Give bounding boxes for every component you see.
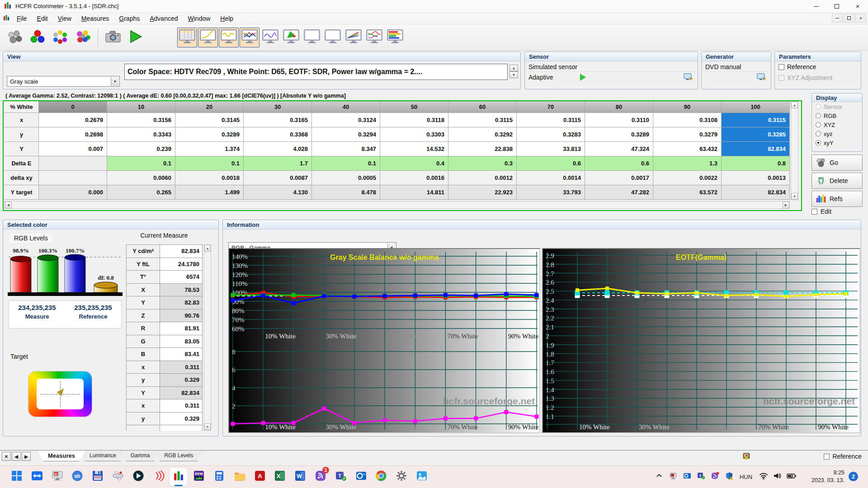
tab-next-button[interactable]: ▶ (22, 452, 31, 461)
radio-icon[interactable] (816, 122, 821, 127)
measures-horizontal-scrollbar[interactable]: ◀ ▶ (5, 201, 790, 209)
table-cell[interactable]: 0.3292 (448, 127, 517, 142)
table-cell[interactable]: 22.923 (448, 185, 517, 200)
toolbar-color-cluster-button[interactable] (72, 27, 93, 48)
column-header-20[interactable]: 20 (175, 101, 244, 113)
table-cell[interactable]: 0.000 (39, 185, 107, 200)
table-cell[interactable] (39, 156, 107, 171)
table-cell[interactable]: 0.6 (517, 156, 585, 171)
statusbar-reference-checkbox[interactable] (824, 454, 830, 460)
notification-count-badge[interactable]: 2 (849, 472, 858, 481)
tray-volume[interactable] (772, 471, 783, 483)
toolbar-stacked-bars-view-button[interactable] (385, 28, 405, 47)
tray-viber[interactable] (709, 471, 721, 483)
scroll-up-icon[interactable]: ▲ (791, 102, 798, 108)
measures-table[interactable]: % White0102030405060708090100x0.26790.31… (5, 101, 790, 200)
tab-close-button[interactable]: ✕ (2, 452, 11, 461)
scroll-right-icon[interactable]: ▶ (783, 202, 789, 208)
toolbar-wave-view-button[interactable] (219, 28, 239, 47)
table-cell[interactable]: 0.3110 (585, 113, 653, 127)
display-option-XYZ[interactable]: XYZ (812, 120, 862, 129)
column-header-100[interactable]: 100 (722, 101, 790, 113)
table-cell[interactable]: 0.3165 (244, 113, 312, 127)
cm-row-value[interactable]: 82.834 (160, 387, 203, 400)
table-cell[interactable]: 0.3118 (380, 113, 448, 127)
tray-chevron-up[interactable] (653, 471, 665, 483)
table-cell[interactable]: 0.0022 (653, 171, 722, 185)
table-cell[interactable]: 0.0014 (517, 171, 585, 185)
toolbar-grid-view-button[interactable] (177, 28, 197, 47)
maximize-button[interactable] (826, 0, 847, 13)
column-header-50[interactable]: 50 (380, 101, 448, 113)
menu-edit[interactable]: Edit (32, 14, 53, 23)
taskbar-start[interactable] (8, 468, 26, 486)
table-cell[interactable]: 0.1 (175, 156, 244, 171)
column-header-30[interactable]: 30 (244, 101, 312, 113)
table-cell[interactable]: 0.2698 (39, 127, 107, 142)
taskbar-outlook[interactable] (352, 468, 370, 486)
edit-checkbox-row[interactable]: Edit (811, 208, 831, 215)
table-cell[interactable]: 47.282 (585, 185, 653, 200)
table-cell[interactable]: 1.7 (244, 156, 312, 171)
table-cell[interactable]: 0.239 (107, 142, 175, 156)
table-cell[interactable]: 0.3289 (585, 127, 653, 142)
table-cell[interactable]: 0.0060 (107, 171, 175, 185)
tray-outlook[interactable] (681, 471, 693, 483)
spin-up-icon[interactable]: ▲ (509, 65, 518, 71)
display-option-xyz[interactable]: xyz (812, 129, 862, 138)
minimize-button[interactable] (806, 0, 826, 13)
table-cell[interactable]: 0.0087 (244, 171, 312, 185)
taskbar-qbittorrent[interactable]: qb (68, 468, 86, 486)
statusbar-reference-row[interactable]: Reference (824, 453, 862, 460)
cm-row-value[interactable]: 81.91 (160, 322, 203, 335)
table-cell[interactable]: 0.1 (107, 156, 175, 171)
column-header-60[interactable]: 60 (448, 101, 517, 113)
table-cell[interactable]: 1.3 (653, 156, 722, 171)
taskbar-file-explorer[interactable] (231, 468, 249, 486)
cm-row-value[interactable]: 24.1780 (160, 258, 203, 271)
cm-row-value[interactable]: 83.41 (160, 348, 203, 361)
table-cell[interactable]: 0.3343 (107, 127, 175, 142)
taskbar-audio-waves[interactable] (150, 468, 168, 486)
taskbar-settings[interactable] (392, 468, 410, 486)
table-cell[interactable]: 14.532 (380, 142, 448, 156)
menu-graphs[interactable]: Graphs (114, 14, 145, 23)
toolbar-blank-view-2-button[interactable] (323, 28, 343, 47)
chevron-down-icon[interactable]: ▼ (111, 77, 119, 86)
taskbar-rew[interactable]: REW (190, 468, 208, 486)
taskbar-media-atom[interactable] (109, 468, 127, 486)
cm-row-value[interactable]: 78.53 (160, 284, 203, 297)
tab-luminance[interactable]: Luminance (79, 450, 127, 461)
cm-row-value[interactable]: 82.834 (160, 245, 203, 258)
table-cell[interactable]: 0.3115 (448, 113, 517, 127)
taskbar-hcfr[interactable] (170, 468, 188, 486)
toolbar-purple-wave-view-button[interactable] (260, 28, 280, 47)
column-header-40[interactable]: 40 (312, 101, 380, 113)
table-cell[interactable]: 0.007 (39, 142, 107, 156)
taskbar-screenconnect[interactable]: SC (48, 468, 66, 486)
table-cell[interactable]: 82.834 (722, 142, 790, 156)
table-cell[interactable]: 0.2679 (39, 113, 107, 127)
column-header-80[interactable]: 80 (585, 101, 653, 113)
toolbar-rgb-balls-button[interactable] (27, 27, 48, 48)
toolbar-color-ring-button[interactable] (50, 27, 71, 48)
menu-measures[interactable]: Measures (76, 14, 114, 23)
spin-down-icon[interactable]: ▼ (509, 71, 518, 78)
delete-button[interactable]: Delete (811, 173, 863, 189)
table-cell[interactable]: 33.813 (517, 142, 585, 156)
table-cell[interactable]: 4.028 (244, 142, 312, 156)
table-cell[interactable]: 0.0017 (585, 171, 653, 185)
cm-row-value[interactable]: 0.329 (160, 374, 203, 387)
menu-file[interactable]: File (12, 14, 32, 23)
menu-help[interactable]: Help (215, 14, 238, 23)
table-cell[interactable]: 0.3156 (107, 113, 175, 127)
taskbar-acrobat[interactable]: A (251, 468, 269, 486)
table-cell[interactable]: 22.838 (448, 142, 517, 156)
radio-icon[interactable] (816, 113, 821, 118)
mdi-minimize-button[interactable] (832, 14, 843, 23)
table-cell[interactable]: 63.572 (653, 185, 722, 200)
table-cell[interactable]: 0.0018 (175, 171, 244, 185)
table-cell[interactable]: 47.324 (585, 142, 653, 156)
reference-checkbox-row[interactable]: Reference (775, 61, 861, 72)
taskbar-save-floppy[interactable] (89, 468, 107, 486)
